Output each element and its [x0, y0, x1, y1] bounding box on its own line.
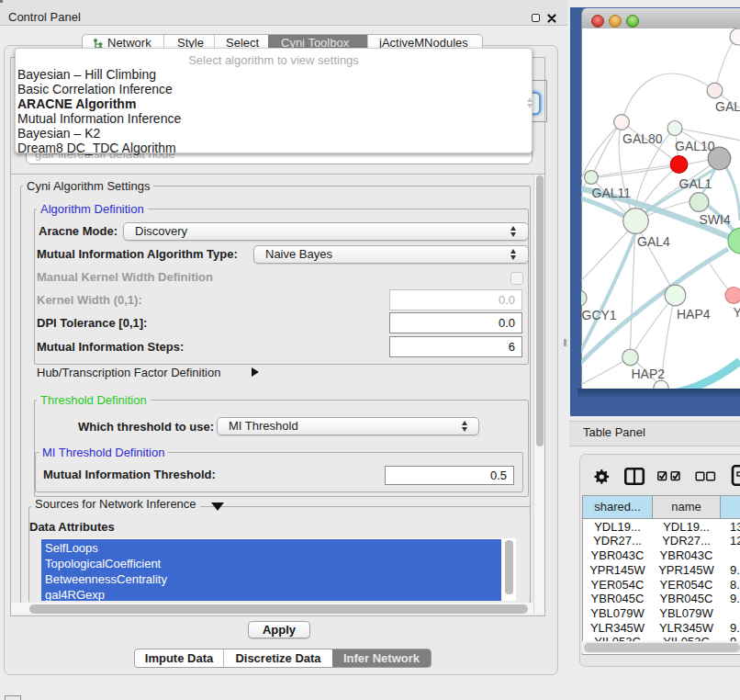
svg-text:GAL80: GAL80 — [622, 131, 663, 146]
svg-text:GCY1: GCY1 — [582, 308, 617, 322]
svg-text:GAL2: GAL2 — [715, 99, 740, 114]
svg-text:Y: Y — [734, 305, 740, 320]
svg-text:GAL11: GAL11 — [592, 186, 632, 200]
svg-text:GAL4: GAL4 — [637, 234, 670, 249]
svg-text:HAP4: HAP4 — [677, 307, 711, 322]
svg-text:GAL10: GAL10 — [675, 139, 715, 153]
svg-text:GAL1: GAL1 — [679, 176, 712, 191]
svg-text:SWI4: SWI4 — [700, 212, 731, 227]
svg-text:HAP2: HAP2 — [632, 367, 666, 381]
